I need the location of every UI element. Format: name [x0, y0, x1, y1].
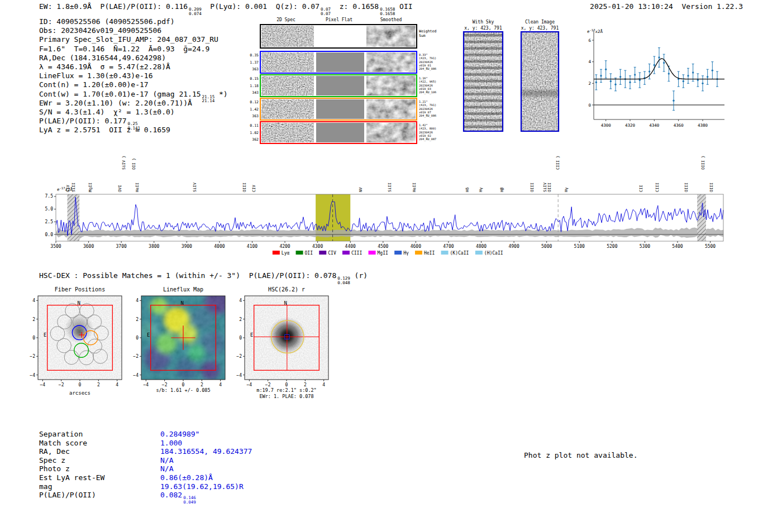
info-line-text: P(LAE)/P(OII): 0.177 — [39, 117, 127, 125]
axis-tick-label: 2 — [201, 382, 203, 387]
axis-tick-label: 0 — [285, 382, 288, 387]
emission-line-label: OIII } — [701, 156, 705, 170]
panel-title: Fiber Positions — [55, 286, 105, 293]
pixel-flat-image — [316, 99, 364, 119]
axis-tick-label: 4400 — [345, 244, 356, 249]
header-plya-qz: P(Lyα): 0.001 Q(z): 0.07 — [202, 2, 320, 11]
axis-tick-label: 5500 — [705, 244, 716, 249]
spec2d-image — [261, 99, 314, 119]
plae-poii-frac: 0.2090.074 — [189, 7, 202, 16]
east-label: E — [147, 332, 150, 338]
exposure-info-label: (422, 965) — [419, 80, 436, 83]
axis-tick-label: 3500 — [50, 244, 61, 249]
pixel-flat-image — [316, 76, 364, 95]
spec2d-image — [261, 123, 314, 142]
axis-tick-label: 5200 — [607, 244, 617, 249]
axis-tick-label: 4300 — [312, 244, 323, 249]
emission-line-label: MgII — [88, 183, 93, 192]
emission-line-label: CII — [639, 185, 643, 192]
legend-label: CIII — [351, 251, 362, 256]
emission-line-label: HeII — [412, 183, 417, 192]
match-field-label: Est LyA rest-EW — [39, 473, 160, 482]
match-table-row: mag19.63(19.62,19.65)R — [39, 482, 252, 491]
error-band — [56, 227, 723, 239]
legend-label: OII — [305, 251, 313, 256]
axis-tick-label: 4500 — [378, 244, 388, 249]
axis-tick-label: 0 — [32, 336, 35, 341]
legend-label: Lyα — [282, 251, 290, 256]
panel-subtitle: x, y: 423, 791 — [521, 26, 559, 31]
match-table-row: Est LyA rest-EW0.86(±0.28)Å — [39, 473, 252, 482]
info-line: EWr = 3.20(±1.10) (w: 2.20(±0.71))Å — [39, 99, 228, 108]
info-line-tail: *) — [214, 90, 227, 98]
hsc-dex-tail: (r) — [350, 271, 368, 280]
info-line: S/N = 4.3(±1.4) χ² = 1.3(±0.0) — [39, 108, 228, 117]
hsc-dex-summary: HSC-DEX : Possible Matches = 1 (within +… — [39, 271, 368, 285]
axis-tick-label: 4600 — [411, 244, 421, 249]
axis-tick-label: 4360 — [674, 123, 684, 128]
spectrum-data-point — [712, 69, 713, 71]
axis-tick-label: 4 — [116, 382, 118, 387]
spectrum-data-point — [692, 71, 694, 73]
axis-tick-label: 3600 — [83, 244, 94, 249]
spec2d-cutout-grid: 2D SpecPixel FlatSmoothedWeightedSum0.35… — [246, 16, 447, 147]
fiber-weight-label: 0.12 — [250, 100, 259, 104]
legend-swatch — [342, 251, 350, 255]
legend-label: HeII — [424, 251, 435, 256]
axis-tick-label: 4900 — [508, 244, 519, 249]
exposure-info-label: Weighted — [419, 29, 436, 33]
match-field-value: N/A — [160, 464, 173, 473]
frac-sub: 0.074 — [189, 12, 202, 16]
emission-line-label: HeII — [135, 183, 140, 192]
spectrum-data-point — [614, 84, 616, 85]
spectrum-data-point — [702, 83, 703, 84]
info-line-text: Cont(n) = 1.20(±0.00)e-17 — [39, 80, 149, 89]
legend-swatch — [415, 251, 422, 255]
axis-tick-label: 5100 — [574, 244, 585, 249]
axis-tick-label: 4300 — [601, 123, 612, 128]
axis-units-label: e-17x2Å — [587, 28, 603, 34]
emission-line-label: Hδ — [465, 188, 470, 192]
panel-caption: m:19.7 re:2.1" s:0.2" — [256, 387, 316, 393]
fiber-weight-label: 1.18 — [250, 84, 259, 88]
legend-label: CIV — [328, 251, 336, 256]
spectrum-data-point — [683, 80, 684, 82]
spectrum-data-point — [654, 64, 655, 66]
lineflux-map-panel: Lineflux Map−4−4−2−2002244NEs/b: 1.61 +/… — [122, 286, 236, 406]
north-label: N — [284, 300, 287, 306]
spec2d-image — [261, 26, 314, 47]
axis-tick-label: −4 — [40, 382, 46, 387]
exposure-info-label: 20230426 — [419, 60, 433, 64]
axis-tick-label: 0.0 — [45, 232, 54, 237]
emission-line-label: SiIV — [193, 182, 197, 192]
fiber-weight-label: 363 — [252, 114, 259, 118]
spectrum-data-point — [619, 76, 621, 78]
axis-tick-label: 4200 — [279, 244, 290, 249]
spec2d-col-header: Smoothed — [380, 17, 402, 22]
axis-tick-label: −4 — [30, 373, 35, 378]
spectrum-data-point — [639, 79, 641, 81]
axis-tick-label: 5.0 — [45, 207, 54, 212]
counterpart-match-table: Separation0.284989"Match score1.000RA, D… — [39, 430, 252, 500]
pixel-flat-image — [316, 123, 364, 142]
panel-caption: s/b: 1.61 +/- 0.085 — [156, 387, 210, 393]
info-line: ID: 4090525506 (4090525506.pdf) — [39, 17, 228, 26]
ccd-image — [521, 32, 559, 131]
match-table-row: Spec zN/A — [39, 456, 252, 465]
info-line: LyA z = 2.5751 OII z = 0.1659 — [39, 126, 228, 135]
spec2d-image — [261, 76, 314, 95]
phot-z-note: Phot z plot not available. — [524, 451, 638, 460]
smoothed-image — [366, 76, 416, 95]
spectrum-data-point — [629, 82, 631, 83]
smoothed-image — [366, 123, 416, 142]
emission-line-label: SiII — [388, 183, 392, 192]
info-line-text: LineFlux = 1.30(±0.43)e-16 — [39, 71, 153, 80]
axis-tick-label: 4000 — [214, 244, 225, 249]
axis-tick-label: 4 — [588, 59, 591, 64]
info-line-text: S/N = 4.3(±1.4) χ² = 1.3(±0.0) — [39, 108, 175, 116]
spectrum-data-point — [707, 76, 708, 78]
fiber-weight-label: 362 — [252, 137, 259, 142]
axis-tick-label: 4 — [219, 382, 222, 387]
info-line: λ = 4346.19Å σ = 5.47(±2.28)Å — [39, 63, 228, 71]
axis-tick-label: 2 — [304, 382, 307, 387]
